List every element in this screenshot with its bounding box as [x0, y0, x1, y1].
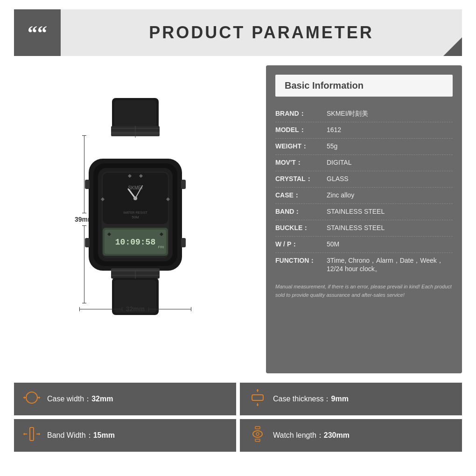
svg-point-56: [256, 433, 259, 435]
svg-text:50M: 50M: [132, 215, 139, 219]
spec-value: 55g: [327, 142, 337, 150]
quote-icon: ““: [28, 23, 47, 42]
spec-row: W / P： 50M: [275, 237, 453, 253]
measurement-value: 32mm: [91, 395, 113, 403]
specs-header: Basic Information: [275, 75, 453, 97]
spec-value: SKMEI/时刻美: [327, 110, 368, 118]
measurement-icon: [249, 389, 266, 409]
svg-marker-44: [39, 396, 40, 399]
spec-row: FUNCTION： 3Time, Chrono，Alarm，Date，Week，…: [275, 253, 453, 277]
svg-rect-28: [181, 180, 186, 189]
svg-marker-48: [256, 389, 259, 391]
svg-marker-53: [23, 433, 25, 435]
measurement-icon: [23, 389, 40, 409]
width-dimension: 32mm: [79, 305, 191, 313]
svg-rect-27: [85, 238, 90, 247]
spec-label: WEIGHT：: [275, 142, 327, 151]
spec-row: BAND： STAINLESS STEEL: [275, 204, 453, 220]
spec-label: BRAND：: [275, 110, 327, 118]
svg-text:WATER RESIST: WATER RESIST: [123, 211, 147, 214]
spec-label: BUCKLE：: [275, 224, 327, 232]
svg-rect-58: [255, 439, 260, 441]
spec-value: DIGITAL: [327, 159, 351, 166]
spec-value: Zinc alloy: [327, 191, 354, 199]
measurement-label: Case thickness：9mm: [273, 394, 349, 404]
measurement-value: 9mm: [331, 395, 349, 403]
spec-value: GLASS: [327, 175, 349, 182]
quote-box: ““: [14, 9, 61, 56]
svg-text:10:09:58: 10:09:58: [115, 238, 155, 247]
spec-value: STAINLESS STEEL: [327, 224, 385, 231]
spec-label: MOV'T：: [275, 159, 327, 167]
spec-row: BUCKLE： STAINLESS STEEL: [275, 220, 453, 237]
svg-point-40: [26, 392, 37, 403]
spec-label: CRYSTAL：: [275, 175, 327, 183]
spec-label: CASE：: [275, 191, 327, 200]
measurement-icon: [249, 426, 266, 446]
specs-title: Basic Information: [285, 80, 364, 91]
svg-rect-57: [255, 427, 260, 429]
specs-panel: Basic Information BRAND： SKMEI/时刻美 MODEL…: [266, 65, 462, 373]
spec-value: 1612: [327, 126, 341, 133]
spec-row: MOV'T： DIGITAL: [275, 155, 453, 171]
spec-label: MODEL：: [275, 126, 327, 134]
spec-note: Manual measurement, if there is an error…: [275, 283, 453, 299]
measurement-value: 230mm: [324, 431, 350, 439]
svg-point-55: [253, 431, 262, 437]
measurement-bar: Case width：32mm: [14, 383, 236, 415]
main-content: 39mm: [14, 65, 462, 373]
spec-label: W / P：: [275, 240, 327, 249]
spec-row: CRYSTAL： GLASS: [275, 171, 453, 188]
svg-rect-45: [252, 395, 263, 400]
svg-text:FRI: FRI: [158, 245, 164, 249]
measurement-icon: [23, 426, 40, 446]
watch-section: 39mm: [14, 65, 257, 373]
watch-container: 39mm: [61, 98, 210, 341]
measurement-bar: Watch length：230mm: [240, 419, 462, 452]
svg-point-12: [133, 196, 137, 200]
spec-label: FUNCTION：: [275, 257, 327, 265]
bottom-measurements: Case width：32mm Case thickness：9mm Band …: [14, 383, 462, 452]
spec-rows: BRAND： SKMEI/时刻美 MODEL： 1612 WEIGHT： 55g…: [275, 106, 453, 277]
svg-rect-50: [30, 427, 34, 441]
svg-rect-29: [181, 238, 186, 247]
spec-value: STAINLESS STEEL: [327, 208, 385, 215]
svg-marker-49: [256, 405, 259, 406]
measurement-bar: Case thickness：9mm: [240, 383, 462, 415]
svg-marker-43: [23, 396, 25, 399]
spec-value: 50M: [327, 240, 339, 248]
spec-row: MODEL： 1612: [275, 122, 453, 139]
spec-label: BAND：: [275, 208, 327, 216]
measurement-value: 15mm: [93, 431, 115, 439]
spec-value: 3Time, Chrono，Alarm，Date，Week，12/24 hour…: [327, 257, 453, 273]
width-label: 32mm: [122, 305, 148, 313]
spec-row: CASE： Zinc alloy: [275, 188, 453, 204]
svg-rect-26: [85, 180, 90, 189]
spec-row: BRAND： SKMEI/时刻美: [275, 106, 453, 122]
measurement-bar: Band Width：15mm: [14, 419, 236, 452]
measurement-label: Band Width：15mm: [47, 431, 115, 441]
svg-marker-54: [39, 433, 40, 435]
svg-text:SKMEI: SKMEI: [128, 185, 142, 190]
measurement-label: Watch length：230mm: [273, 431, 350, 441]
spec-row: WEIGHT： 55g: [275, 139, 453, 155]
measurement-label: Case width：32mm: [47, 394, 113, 404]
watch-image: SKMEI WATER RESIST 50M 10:09:58: [61, 98, 210, 341]
header-triangle: [443, 37, 462, 56]
page-title: PRODUCT PARAMETER: [61, 23, 462, 42]
header-section: ““ PRODUCT PARAMETER: [14, 9, 462, 56]
